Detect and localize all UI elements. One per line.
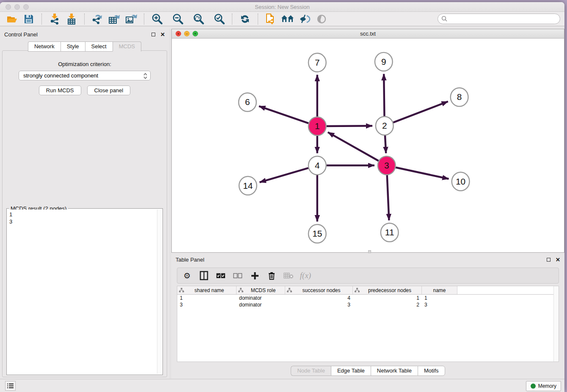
network-window-titlebar: × − + scc.txt [172,29,564,39]
titlebar: Session: New Session [0,2,564,12]
function-icon[interactable]: f(x) [300,270,311,281]
graph-edge-3-11[interactable] [387,175,389,221]
run-mcds-button[interactable]: Run MCDS [39,86,81,95]
table-cell[interactable]: 3 [422,302,457,308]
graph-edge-4-14[interactable] [260,168,308,182]
graph-node-6[interactable]: 6 [239,93,256,111]
svg-text:1: 1 [315,121,320,131]
delete-table-icon[interactable] [283,270,294,281]
table-cell[interactable]: 1 [177,295,237,301]
window-title: Session: New Session [0,2,564,12]
save-icon[interactable] [22,13,36,25]
export-image-icon[interactable] [124,13,138,25]
graph-edge-2-3[interactable] [385,135,386,153]
graph-node-10[interactable]: 10 [452,172,470,191]
graph-edge-2-9[interactable] [384,74,384,117]
toolbar-separator [144,14,144,25]
minimize-window-button[interactable] [14,4,20,10]
network-minimize-icon[interactable]: − [184,31,190,36]
svg-text:3: 3 [384,160,389,170]
column-header-name[interactable]: name [422,286,457,294]
column-header-successor-nodes[interactable]: successor nodes [285,286,353,294]
float-table-panel-icon[interactable] [547,258,550,262]
graph-edge-3-1[interactable] [328,132,379,161]
table-cell[interactable]: 1 [353,295,422,301]
trash-icon[interactable] [266,270,277,281]
tab-node-table[interactable]: Node Table [291,366,331,376]
refresh-icon[interactable] [238,13,252,25]
table-scrollbar[interactable] [553,286,559,362]
graph-edge-1-2[interactable] [327,126,372,126]
search-field[interactable] [438,14,560,24]
close-window-button[interactable] [6,4,11,10]
graph-node-11[interactable]: 11 [381,223,399,242]
column-header-predecessor-nodes[interactable]: predecessor nodes [353,286,422,294]
table-cell[interactable]: 4 [285,295,353,301]
table-toolbar: ⚙ f(x) [177,268,559,284]
table-row[interactable]: 3dominator323 [177,301,559,308]
eye-slash-icon[interactable] [297,13,312,25]
graph-node-1[interactable]: 1 [308,117,326,135]
graph-node-15[interactable]: 15 [308,224,326,243]
graph-node-4[interactable]: 4 [308,156,326,175]
table-cell[interactable]: 3 [285,302,353,308]
tab-select[interactable]: Select [85,41,113,52]
table-cell[interactable]: 2 [353,302,422,308]
memory-button[interactable]: Memory [526,381,561,391]
export-network-icon[interactable] [90,13,105,25]
search-input[interactable] [448,16,560,22]
zoom-fit-icon[interactable] [191,13,206,25]
float-panel-icon[interactable] [151,33,155,36]
tab-mcds[interactable]: MCDS [113,41,141,52]
tab-network[interactable]: Network [28,41,61,52]
mcds-result-text[interactable]: 1 3 [8,210,157,374]
export-table-icon[interactable] [107,13,121,25]
graph-node-9[interactable]: 9 [375,52,393,71]
tab-edge-table[interactable]: Edge Table [331,366,371,376]
network-graph[interactable]: 7968124314101511 [172,39,564,252]
column-header-shared-name[interactable]: shared name [177,286,237,294]
result-scrollbar[interactable] [157,210,162,374]
import-table-icon[interactable] [64,13,79,25]
graph-node-3[interactable]: 3 [378,156,396,175]
eye-icon[interactable] [314,13,329,25]
network-canvas[interactable]: 7968124314101511 [172,39,564,252]
zoom-in-icon[interactable] [150,13,164,25]
table-cell[interactable]: 3 [177,302,237,308]
plus-icon[interactable] [249,270,260,281]
optimization-criterion-select[interactable]: strongly connected component [19,71,151,80]
table-cell[interactable]: dominator [237,302,285,308]
open-folder-icon[interactable] [5,13,19,25]
close-panel-icon[interactable]: ✕ [160,32,165,37]
task-history-button[interactable] [5,381,16,391]
tab-network-table[interactable]: Network Table [371,366,418,376]
maximize-window-button[interactable] [23,4,29,10]
tab-style[interactable]: Style [61,41,85,52]
duplicate-network-icon[interactable] [264,13,278,25]
network-close-icon[interactable]: × [176,31,181,36]
columns-icon[interactable] [198,270,209,281]
splitter-grip[interactable] [368,250,371,253]
table-cell[interactable]: 1 [422,295,457,301]
graph-node-8[interactable]: 8 [451,88,468,107]
graph-edge-2-8[interactable] [393,102,448,123]
deselect-all-icon[interactable] [232,270,243,281]
zoom-selected-icon[interactable] [212,13,226,25]
gear-icon[interactable]: ⚙ [182,270,193,281]
graph-edge-3-10[interactable] [396,167,449,179]
close-panel-button[interactable]: Close panel [87,86,131,95]
graph-node-2[interactable]: 2 [376,116,394,135]
graph-node-7[interactable]: 7 [308,53,326,72]
tab-motifs[interactable]: Motifs [418,366,445,376]
houses-icon[interactable] [281,13,295,25]
graph-edge-1-6[interactable] [259,106,308,123]
select-all-icon[interactable] [215,270,226,281]
import-network-icon[interactable] [47,13,62,25]
close-table-panel-icon[interactable]: ✕ [556,257,560,262]
network-maximize-icon[interactable]: + [193,31,198,36]
zoom-out-icon[interactable] [171,13,185,25]
table-row[interactable]: 1dominator411 [177,295,559,301]
column-header-mcds-role[interactable]: MCDS role [237,286,285,294]
graph-node-14[interactable]: 14 [239,177,257,195]
table-cell[interactable]: dominator [237,295,285,301]
